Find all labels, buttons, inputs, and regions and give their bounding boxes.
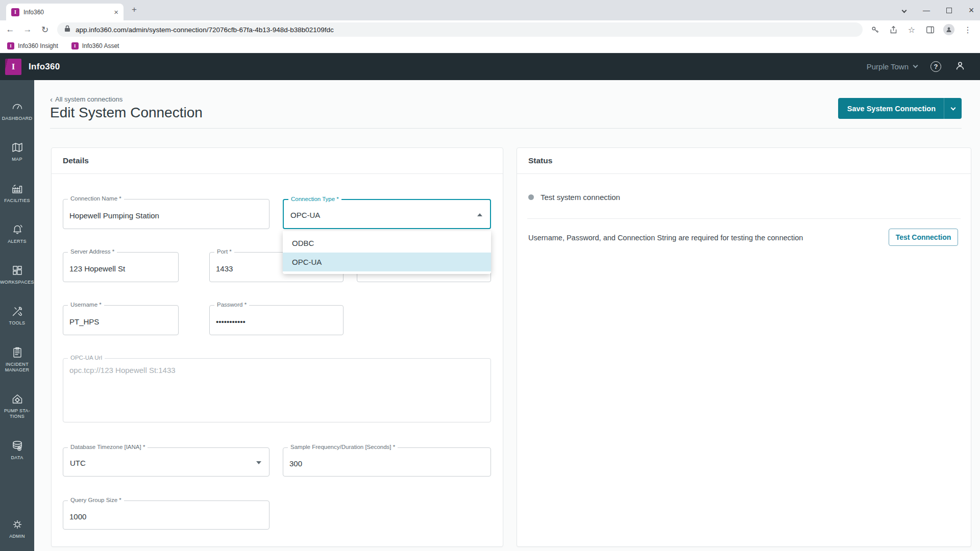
menu-option-opc-ua[interactable]: OPC-UA — [283, 253, 491, 271]
breadcrumb-label: All system connections — [55, 95, 122, 103]
password-input[interactable] — [210, 306, 343, 335]
back-icon[interactable]: ← — [5, 24, 15, 35]
window-close-button[interactable]: × — [967, 5, 976, 16]
sidebar-item-label: MAP — [12, 157, 22, 162]
gauge-icon — [11, 100, 24, 113]
factory-icon — [11, 182, 24, 195]
opcua-url-field[interactable]: OPC-UA Url — [63, 358, 491, 422]
query-group-size-field[interactable]: Query Group Size * — [63, 500, 270, 530]
username-field[interactable]: Username * — [63, 305, 179, 335]
address-bar[interactable] — [57, 22, 863, 37]
sidebar-item-facilities[interactable]: FACILITIES — [0, 172, 34, 213]
map-icon — [11, 141, 24, 154]
server-address-field[interactable]: Server Address * — [63, 252, 179, 282]
url-input[interactable] — [76, 26, 855, 34]
bookmarks-bar: I Info360 Insight I Info360 Asset — [0, 39, 980, 53]
key-icon[interactable] — [870, 24, 880, 35]
details-card-title: Details — [52, 148, 503, 174]
sidebar-item-map[interactable]: MAP — [0, 131, 34, 172]
tab-search-chevron-icon[interactable] — [899, 9, 909, 12]
tab-title: Info360 — [23, 9, 110, 16]
workspaces-icon — [11, 264, 24, 277]
save-system-connection-button[interactable]: Save System Connection — [838, 98, 962, 119]
password-field[interactable]: Password * — [209, 305, 344, 335]
kebab-menu-icon[interactable]: ⋮ — [963, 24, 973, 35]
browser-tab[interactable]: I Info360 × — [6, 4, 124, 20]
bookmark-favicon: I — [7, 42, 14, 49]
bookmark-label: Info360 Asset — [82, 42, 119, 49]
sidebar-item-label: TOOLS — [9, 320, 26, 326]
tenant-selector[interactable]: Purple Town — [867, 62, 917, 71]
reload-icon[interactable]: ↻ — [40, 24, 50, 35]
save-menu-chevron[interactable] — [944, 108, 962, 110]
share-icon[interactable] — [888, 24, 898, 35]
new-tab-button[interactable]: + — [132, 5, 137, 15]
brand-name: Info360 — [29, 62, 60, 72]
sidebar-item-data[interactable]: DATA — [0, 430, 34, 470]
tab-close-icon[interactable]: × — [114, 8, 118, 16]
star-icon[interactable]: ☆ — [906, 24, 917, 35]
connection-type-value: OPC-UA — [284, 200, 490, 228]
side-panel-icon[interactable] — [925, 24, 935, 35]
bookmark-info360-asset[interactable]: I Info360 Asset — [71, 42, 119, 49]
info360-logo: I — [5, 59, 21, 75]
timezone-value: UTC — [63, 448, 269, 476]
header-divider — [50, 128, 962, 129]
sidebar-item-label: PUMP STA-TIONS — [1, 408, 33, 420]
connection-type-field[interactable]: Connection Type * OPC-UA — [283, 199, 491, 229]
minimize-button[interactable]: — — [922, 6, 931, 14]
browser-tab-strip: I Info360 × + — × — [0, 0, 980, 20]
account-button[interactable] — [954, 60, 966, 73]
chevron-down-icon — [256, 461, 261, 464]
sidebar-item-label: ALERTS — [8, 239, 27, 244]
sample-frequency-field[interactable]: Sample Frequency/Duration [Seconds] * — [283, 447, 491, 477]
bookmark-label: Info360 Insight — [18, 42, 58, 49]
sidebar-item-alerts[interactable]: ALERTS — [0, 213, 34, 254]
help-button[interactable]: ? — [930, 61, 941, 72]
status-divider — [527, 218, 961, 219]
lock-icon — [64, 25, 70, 34]
query-group-size-input[interactable] — [63, 501, 269, 529]
sidebar-item-workspaces[interactable]: WORKSPACES — [0, 254, 34, 295]
details-card: Details Connection Name * Connection Typ… — [51, 147, 503, 547]
page-title: Edit System Connection — [50, 105, 203, 121]
connection-name-field[interactable]: Connection Name * — [63, 199, 270, 229]
gear-icon — [11, 518, 24, 531]
database-icon — [11, 439, 24, 453]
status-card: Status Test system connection Username, … — [517, 147, 971, 547]
sidebar-item-label: WORKSPACES — [0, 280, 34, 285]
sidebar-item-dashboard[interactable]: DASHBOARD — [0, 90, 34, 131]
sidebar-item-incident-manager[interactable]: INCIDENT MANAGER — [0, 336, 34, 383]
save-button-label: Save System Connection — [838, 105, 944, 113]
server-address-input[interactable] — [63, 253, 178, 282]
info360-favicon: I — [11, 8, 19, 16]
menu-option-odbc[interactable]: ODBC — [283, 234, 491, 253]
test-connection-button[interactable]: Test Connection — [889, 229, 958, 246]
sidebar-item-admin[interactable]: ADMIN — [0, 508, 34, 549]
clipboard-icon — [11, 346, 24, 359]
step-label: Test system connection — [541, 193, 620, 202]
username-input[interactable] — [63, 306, 178, 335]
test-connection-step: Test system connection — [528, 193, 620, 202]
tools-icon — [11, 305, 24, 318]
timezone-field[interactable]: Database Timezone [IANA] * UTC — [63, 447, 270, 477]
browser-avatar[interactable] — [943, 24, 954, 35]
connection-name-input[interactable] — [63, 199, 269, 229]
sidebar-item-label: DASHBOARD — [2, 116, 33, 121]
sidebar-nav: DASHBOARD MAP FACILITIES ALERTS WORKSPAC… — [0, 80, 34, 551]
pump-station-icon — [11, 392, 24, 406]
sample-frequency-input[interactable] — [283, 448, 491, 476]
sidebar-item-tools[interactable]: TOOLS — [0, 295, 34, 336]
breadcrumb[interactable]: ‹ All system connections — [50, 95, 122, 103]
status-card-title: Status — [517, 148, 971, 174]
sidebar-item-label: ADMIN — [9, 534, 25, 539]
forward-icon[interactable]: → — [22, 24, 33, 35]
sidebar-item-pump-stations[interactable]: PUMP STA-TIONS — [0, 383, 34, 430]
opcua-url-textarea[interactable] — [63, 359, 491, 422]
bell-icon — [11, 223, 24, 236]
browser-toolbar: ← → ↻ ☆ ⋮ — [0, 20, 980, 39]
maximize-button[interactable] — [944, 8, 953, 13]
sidebar-item-label: INCIDENT MANAGER — [1, 362, 33, 373]
chevron-down-icon — [913, 63, 918, 68]
bookmark-info360-insight[interactable]: I Info360 Insight — [7, 42, 58, 49]
